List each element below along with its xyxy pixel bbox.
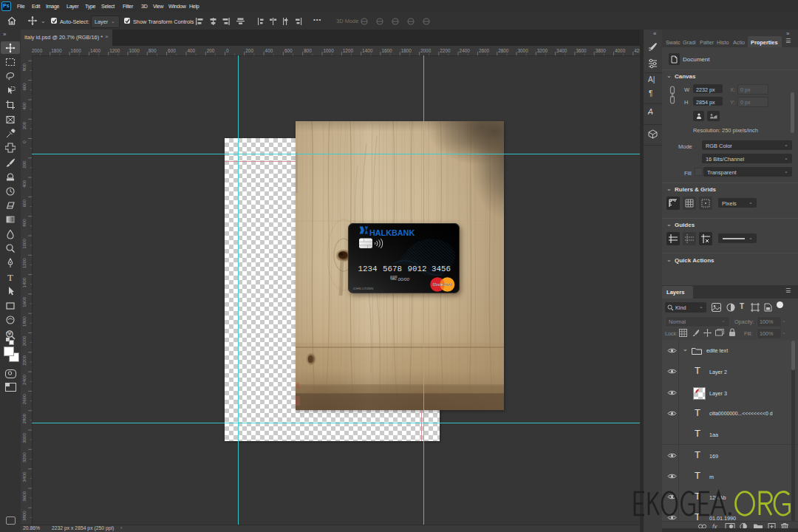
svg-text:1000: 1000 [324,48,335,53]
svg-text:2600: 2600 [479,48,490,53]
svg-text:600: 600 [168,48,176,53]
svg-text:1400: 1400 [21,277,27,287]
svg-text:200: 200 [21,160,27,168]
svg-text:MasterCard: MasterCard [432,283,451,287]
svg-text:1600: 1600 [381,48,392,53]
svg-text:1400: 1400 [362,48,373,53]
svg-text:THRU: THRU [390,278,397,281]
svg-text:JOHN CITIZEN: JOHN CITIZEN [352,287,373,290]
svg-text:200: 200 [245,48,253,53]
svg-text:2200: 2200 [21,355,27,365]
svg-text:400: 400 [187,48,195,53]
svg-text:3200: 3200 [537,48,548,53]
svg-text:800: 800 [21,63,27,71]
svg-text:3600: 3600 [576,48,587,53]
svg-text:3800: 3800 [21,511,27,521]
svg-text:2800: 2800 [498,48,509,53]
svg-text:T: T [7,272,13,282]
svg-text:400: 400 [21,102,27,110]
svg-text:4000: 4000 [615,48,626,53]
svg-text:2400: 2400 [460,48,471,53]
svg-text:3200: 3200 [21,452,27,463]
svg-text:2200: 2200 [440,48,451,53]
svg-text:600: 600 [21,83,27,91]
svg-text:3400: 3400 [556,48,567,53]
svg-text:600: 600 [21,199,27,207]
svg-text:1800: 1800 [401,48,412,53]
svg-text:2000: 2000 [32,48,43,53]
svg-text:800: 800 [149,48,157,53]
svg-text:4200: 4200 [634,48,640,53]
svg-text:1200: 1200 [21,258,27,268]
svg-text:3400: 3400 [21,471,27,482]
svg-text:1400: 1400 [90,48,101,53]
svg-text:1200: 1200 [109,48,120,53]
svg-text:1600: 1600 [21,296,27,307]
svg-text:2600: 2600 [21,394,27,404]
svg-text:2000: 2000 [21,335,27,346]
svg-text:1800: 1800 [21,316,27,327]
svg-text:00/00: 00/00 [398,276,409,282]
svg-text:3800: 3800 [596,48,607,53]
svg-text:200: 200 [21,121,27,129]
svg-text:1800: 1800 [51,48,62,53]
svg-text:2400: 2400 [21,375,27,385]
svg-text:3000: 3000 [21,432,27,443]
svg-text:1000: 1000 [129,48,140,53]
svg-text:800: 800 [21,219,27,227]
svg-text:1200: 1200 [343,48,354,53]
svg-text:2000: 2000 [420,48,432,53]
svg-text:HALKBANK: HALKBANK [369,228,415,237]
svg-text:400: 400 [265,48,273,53]
svg-text:1000: 1000 [21,238,27,248]
svg-text:0: 0 [21,140,27,143]
svg-text:0: 0 [226,48,229,53]
svg-text:200: 200 [207,48,215,53]
svg-text:800: 800 [304,48,312,53]
svg-text:2800: 2800 [21,413,27,423]
svg-text:400: 400 [21,180,27,188]
svg-text:1600: 1600 [71,48,82,53]
svg-text:3000: 3000 [518,48,529,53]
svg-text:3600: 3600 [21,491,27,501]
svg-text:600: 600 [284,48,293,53]
